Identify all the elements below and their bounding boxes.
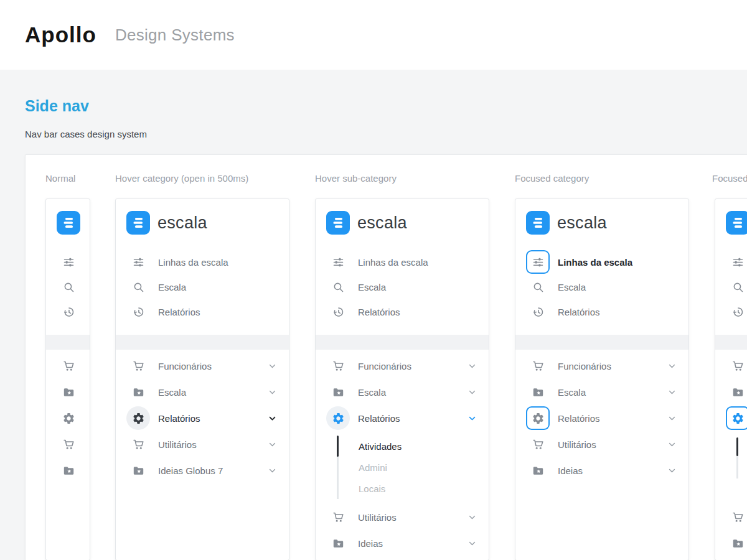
- sidenav-focused-category: escala Linhas da escala Escala Relatório…: [515, 198, 689, 560]
- subnav-item-atividades[interactable]: Atividades: [316, 436, 489, 457]
- nav-item-escala[interactable]: Escala: [515, 274, 688, 299]
- nav-item-utilitarios[interactable]: Utilitários: [116, 431, 289, 457]
- nav-item-escala-categoria[interactable]: [46, 379, 90, 405]
- history-icon: [126, 300, 150, 324]
- nav-item-funcionarios[interactable]: Funcionários: [116, 353, 289, 379]
- folder-star-icon: [726, 380, 747, 404]
- cart-icon: [57, 432, 80, 456]
- nav-item-label: Funcionários: [158, 361, 212, 371]
- nav-item-funcionarios[interactable]: [46, 353, 90, 379]
- nav-item-relatorios[interactable]: Relatórios: [116, 299, 289, 324]
- nav-item-escala[interactable]: Escala: [316, 274, 489, 299]
- apollo-logo: Apollo: [25, 22, 96, 47]
- history-icon: [726, 300, 747, 324]
- header-subtitle: Design Systems: [115, 26, 235, 45]
- nav-item-escala-categoria[interactable]: Escala: [515, 379, 688, 405]
- chevron-down-icon: [267, 413, 278, 424]
- nav-item-relatorios[interactable]: Relatórios: [515, 299, 688, 324]
- cart-icon: [57, 354, 80, 378]
- nav-item-funcionarios[interactable]: Funcionários: [316, 353, 489, 379]
- chevron-down-icon: [267, 439, 278, 450]
- escala-logo-text: escala: [157, 213, 207, 233]
- chevron-down-icon: [267, 387, 278, 398]
- nav-item-linhas-da-escala[interactable]: Linhas da escala: [316, 250, 489, 274]
- search-icon: [726, 275, 747, 299]
- nav-item-relatorios-categoria-hovered[interactable]: Relatórios: [116, 405, 289, 431]
- nav-item-ideias[interactable]: Ideias: [316, 530, 489, 556]
- subnav-item-admini[interactable]: Admini: [316, 457, 489, 478]
- nav-item-label: Escala: [158, 387, 186, 398]
- nav-item-relatorios-categoria-open[interactable]: Relatórios: [316, 405, 489, 431]
- nav-item-utilitarios[interactable]: Utilitários: [316, 504, 489, 530]
- submenu-track: [736, 456, 738, 478]
- nav-item-utilitarios[interactable]: [715, 504, 747, 530]
- nav-item-ideias[interactable]: [46, 457, 90, 483]
- folder-star-icon: [526, 459, 550, 482]
- folder-star-icon: [126, 459, 150, 482]
- chevron-down-icon: [467, 361, 477, 371]
- page-subtitle: Nav bar cases design system: [25, 129, 147, 139]
- chevron-down-icon: [667, 465, 677, 476]
- gear-icon: [726, 406, 747, 430]
- escala-logo[interactable]: escala: [116, 199, 289, 246]
- folder-star-icon: [57, 380, 80, 404]
- nav-item-funcionarios[interactable]: Funcionários: [515, 353, 688, 379]
- nav-item-escala-categoria[interactable]: Escala: [316, 379, 489, 405]
- nav-item-label: Escala: [358, 387, 386, 398]
- nav-item-escala-categoria[interactable]: Escala: [116, 379, 289, 405]
- escala-logo-icon: [57, 211, 80, 235]
- escala-logo[interactable]: [715, 199, 747, 246]
- top-nav-group: [46, 246, 90, 335]
- nav-item-relatorios[interactable]: [46, 299, 90, 324]
- nav-item-relatorios[interactable]: Relatórios: [316, 299, 489, 324]
- nav-item-label: Escala: [158, 282, 186, 292]
- nav-item-escala-categoria[interactable]: [715, 379, 747, 405]
- nav-item-ideias[interactable]: [715, 530, 747, 556]
- nav-item-escala[interactable]: [715, 274, 747, 299]
- relatorios-submenu: Atividades Admini Locais: [316, 431, 489, 504]
- nav-item-ideias[interactable]: Ideias: [515, 457, 688, 483]
- nav-item-label: Funcionários: [358, 361, 411, 371]
- escala-logo[interactable]: [46, 199, 90, 246]
- nav-item-relatorios-categoria-focused[interactable]: Relatórios: [515, 405, 688, 431]
- nav-item-escala[interactable]: Escala: [116, 274, 289, 299]
- nav-item-linhas-da-escala[interactable]: [46, 250, 90, 274]
- nav-item-relatorios-categoria-focused[interactable]: [715, 405, 747, 431]
- nav-item-label: Ideias: [558, 465, 583, 476]
- gear-icon: [526, 406, 550, 430]
- nav-item-funcionarios[interactable]: [715, 353, 747, 379]
- top-nav-group: [715, 246, 747, 335]
- chevron-down-icon: [467, 538, 477, 549]
- column-label-focused-subcategory: Focused sub-category: [712, 173, 747, 184]
- subnav-item-label: Atividades: [359, 441, 402, 452]
- subnav-item-locais[interactable]: Locais: [316, 478, 489, 499]
- sliders-icon: [726, 250, 747, 274]
- page-title: Side nav: [25, 97, 89, 115]
- escala-logo-text: escala: [357, 213, 407, 233]
- nav-item-label: Linhas da escala: [158, 257, 228, 268]
- escala-logo-icon: [126, 211, 150, 235]
- nav-item-utilitarios[interactable]: Utilitários: [515, 431, 688, 457]
- nav-item-linhas-da-escala[interactable]: Linhas da escala: [116, 250, 289, 274]
- nav-divider: [515, 335, 688, 350]
- nav-item-label: Ideias Globus 7: [158, 465, 223, 476]
- nav-item-label: Relatórios: [358, 307, 400, 317]
- sliders-icon: [526, 250, 550, 274]
- nav-item-label: Relatórios: [358, 413, 400, 424]
- escala-logo[interactable]: escala: [316, 199, 489, 246]
- bottom-nav-group: Funcionários Escala Relatórios Utilitári…: [515, 350, 688, 483]
- escala-logo[interactable]: escala: [515, 199, 688, 246]
- nav-item-linhas-da-escala-focused[interactable]: Linhas da escala: [515, 250, 688, 274]
- submenu-track: [337, 478, 339, 499]
- nav-item-escala[interactable]: [46, 274, 90, 299]
- nav-item-linhas-da-escala[interactable]: [715, 250, 747, 274]
- nav-item-relatorios-categoria[interactable]: [46, 405, 90, 431]
- escala-logo-icon: [526, 211, 550, 235]
- escala-logo-text: escala: [557, 213, 607, 233]
- nav-item-ideias-globus[interactable]: Ideias Globus 7: [116, 457, 289, 483]
- chevron-down-icon: [667, 387, 677, 398]
- relatorios-submenu-collapsed: [715, 431, 747, 504]
- nav-item-utilitarios[interactable]: [46, 431, 90, 457]
- nav-item-relatorios[interactable]: [715, 299, 747, 324]
- bottom-nav-group: Funcionários Escala Relatórios Utilitári…: [116, 350, 289, 483]
